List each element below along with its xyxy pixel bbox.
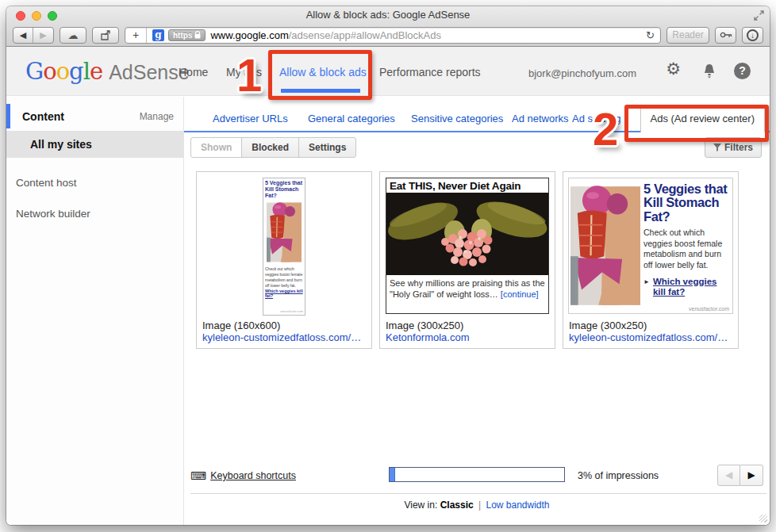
zoom-window-button[interactable]: [48, 11, 57, 21]
sidebar: Content Manage All my sites Content host…: [6, 97, 184, 525]
advertiser-url-link[interactable]: kyleleon-customizedfatloss.com/…: [202, 331, 366, 343]
site-favicon: g: [152, 29, 164, 41]
annotation-number-2: 2: [593, 106, 618, 152]
ad-body-text: See why millions are praising this as th…: [386, 275, 548, 303]
help-icon[interactable]: ?: [734, 63, 751, 79]
sidebar-item-all-my-sites[interactable]: All my sites: [6, 131, 183, 158]
subtab-shown[interactable]: Shown: [190, 137, 242, 158]
logo-letter: o: [43, 58, 56, 85]
ad-cards-row: 5 Veggies that Kill Stomach Fat?: [196, 171, 739, 349]
page-content: Content Manage All my sites Content host…: [6, 97, 770, 525]
footer-divider: [190, 493, 766, 494]
logo-letter: l: [83, 58, 90, 85]
ad-cta-link: [continue]: [501, 289, 539, 299]
tab-ad-networks[interactable]: Ad networks: [512, 113, 569, 124]
new-tab-button[interactable]: +: [125, 28, 147, 43]
browser-window: Allow & block ads: Google AdSense ◀ ▶ ☁: [6, 6, 770, 525]
ad-preview-area: 5 Veggies that Kill Stomach Fat?: [202, 176, 366, 317]
advertiser-url-link[interactable]: kyleleon-customizedfatloss.com/…: [569, 331, 732, 343]
url-domain: www.google.com: [210, 29, 288, 41]
nav-performance-reports[interactable]: Performance reports: [379, 66, 481, 78]
icloud-tabs-button[interactable]: ☁: [60, 27, 86, 44]
https-badge: https: [168, 29, 206, 41]
tab-sensitive-categories[interactable]: Sensitive categories: [411, 113, 503, 124]
tab-advertiser-urls[interactable]: Advertiser URLs: [213, 113, 288, 124]
browser-toolbar: ◀ ▶ ☁ + g https: [6, 24, 770, 46]
ad-attribution: venusfactor.com: [689, 306, 729, 312]
downloads-button[interactable]: ↓: [742, 27, 763, 44]
account-email[interactable]: bjork@pinchofyum.com: [528, 67, 636, 79]
address-bar[interactable]: + g https www.google.com /adsense/app#al…: [125, 27, 661, 44]
ad-headline: Eat THIS, Never Diet Again: [386, 178, 548, 193]
ad-attribution: venusfactor.com: [265, 309, 303, 313]
arrow-bullet-icon: ►: [643, 277, 650, 288]
main-panel: Advertiser URLs General categories Sensi…: [184, 97, 770, 525]
window-resize-grip[interactable]: [759, 515, 767, 522]
tab-general-categories[interactable]: General categories: [308, 113, 395, 124]
history-nav-group: ◀ ▶: [13, 27, 54, 44]
fullscreen-icon[interactable]: [754, 10, 764, 24]
ad-card-2[interactable]: Eat THIS, Never Diet Again: [379, 171, 555, 349]
ad-text-column: 5 Veggies that Kill Stomach Fat? Check o…: [643, 182, 728, 298]
impressions-progress-bar: [389, 467, 565, 482]
ad-headline: 5 Veggies that Kill Stomach Fat?: [643, 182, 728, 224]
keyboard-shortcuts-link[interactable]: Keyboard shortcuts: [210, 470, 296, 481]
previous-page-button[interactable]: ◀: [717, 465, 740, 486]
sidebar-item-network-builder[interactable]: Network builder: [6, 208, 183, 220]
ad-preview-area: 5 Veggies that Kill Stomach Fat? Check o…: [569, 176, 732, 317]
ad-card-3[interactable]: 5 Veggies that Kill Stomach Fat? Check o…: [563, 171, 739, 349]
low-bandwidth-link[interactable]: Low bandwidth: [486, 499, 549, 511]
annotation-box-step-2: [624, 105, 769, 142]
pagination: ◀ ▶: [717, 465, 763, 486]
sidebar-manage-link[interactable]: Manage: [140, 111, 174, 122]
nav-home[interactable]: Home: [179, 66, 208, 78]
footer-separator: |: [478, 499, 481, 511]
view-in-label: View in:: [404, 499, 437, 511]
advertiser-url-link[interactable]: Ketonformola.com: [386, 331, 549, 343]
sidebar-section-label: Content: [22, 110, 64, 123]
minimize-window-button[interactable]: [32, 11, 41, 21]
close-window-button[interactable]: [16, 11, 25, 21]
logo-letter: o: [56, 58, 69, 85]
settings-gear-icon[interactable]: ⚙: [666, 59, 681, 78]
ad-torso-image: [267, 200, 302, 265]
logo-product-name: AdSense: [109, 61, 189, 83]
next-page-button[interactable]: ▶: [740, 465, 763, 486]
sidebar-section-content: Content Manage: [6, 101, 183, 131]
key-icon: [720, 31, 732, 39]
ad-cta-link: Which veggies kill fat?: [653, 277, 724, 299]
traffic-lights: [16, 11, 57, 21]
ad-body-text: Check out which veggies boost female met…: [265, 266, 303, 288]
annotation-box-step-1: [268, 50, 372, 100]
sidebar-item-content-host[interactable]: Content host: [6, 177, 183, 189]
ad-fruit-image: [386, 193, 548, 275]
lock-icon: [194, 31, 201, 39]
screenshot-stage: Allow & block ads: Google AdSense ◀ ▶ ☁: [0, 0, 776, 532]
ad-card-1[interactable]: 5 Veggies that Kill Stomach Fat?: [196, 171, 372, 349]
logo-letter: e: [90, 58, 102, 85]
keyboard-shortcuts-group[interactable]: ⌨ Keyboard shortcuts: [190, 469, 296, 482]
forward-button[interactable]: ▶: [33, 28, 53, 43]
logo-letter: G: [25, 58, 43, 85]
back-button[interactable]: ◀: [13, 28, 33, 43]
annotation-number-1: 1: [236, 52, 262, 98]
filter-funnel-icon: [713, 144, 721, 151]
url-path: /adsense/app#allowAndBlockAds: [289, 29, 441, 41]
reload-button[interactable]: ↻: [646, 29, 655, 41]
ad-headline: 5 Veggies that Kill Stomach Fat?: [265, 180, 303, 198]
shown-blocked-settings-group: Shown Blocked Settings: [190, 137, 356, 158]
status-bar: ⌨ Keyboard shortcuts 3% of impressions ◀…: [190, 465, 763, 488]
ad-creative-rectangle: 5 Veggies that Kill Stomach Fat? Check o…: [568, 178, 733, 314]
ad-cta-link: Which veggies kill fat?: [265, 289, 303, 298]
subtab-settings[interactable]: Settings: [298, 137, 356, 158]
passwords-button[interactable]: [715, 27, 736, 44]
share-button[interactable]: [92, 27, 119, 44]
ad-creative-rectangle: Eat THIS, Never Diet Again: [386, 178, 549, 314]
notifications-bell-icon[interactable]: [701, 63, 717, 83]
cloud-icon: ☁: [68, 29, 79, 41]
share-icon: [100, 30, 111, 40]
https-label: https: [173, 31, 192, 40]
subtab-blocked[interactable]: Blocked: [241, 137, 299, 158]
reader-button: Reader: [667, 27, 709, 44]
keyboard-icon: ⌨: [190, 469, 206, 482]
